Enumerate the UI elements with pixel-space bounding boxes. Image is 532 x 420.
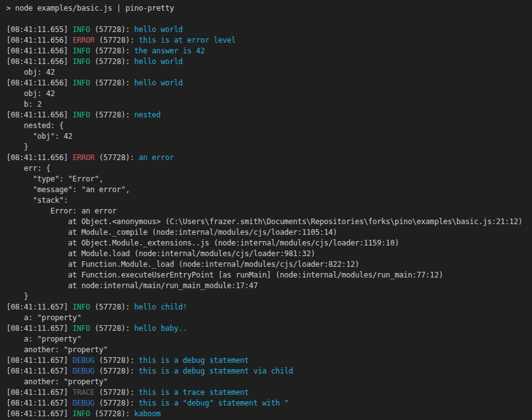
log-message: the answer is 42 bbox=[134, 46, 205, 55]
log-message: this is a debug statement bbox=[139, 356, 249, 365]
property-text: "type": "Error", bbox=[6, 175, 104, 183]
log-timestamp: [08:41:11.657] bbox=[6, 356, 72, 365]
log-level: TRACE bbox=[72, 388, 94, 397]
property-text: another: "property" bbox=[6, 377, 108, 386]
log-level: DEBUG bbox=[72, 399, 94, 407]
property-text: at Object.<anonymous> (C:\Users\frazer.s… bbox=[6, 217, 523, 226]
property-line: another: "property" bbox=[6, 345, 532, 355]
property-text: Error: an error bbox=[6, 207, 117, 215]
log-message: hello child! bbox=[134, 303, 187, 311]
property-line: obj: 42 bbox=[6, 67, 532, 78]
log-pid: (57728): bbox=[95, 356, 139, 365]
log-level: INFO bbox=[72, 409, 90, 418]
property-line: at node:internal/main/run_main_module:17… bbox=[6, 281, 532, 291]
property-text: "message": "an error", bbox=[6, 185, 130, 194]
log-timestamp: [08:41:11.655] bbox=[6, 25, 72, 34]
log-message: hello world bbox=[134, 25, 183, 34]
property-line: } bbox=[6, 142, 532, 153]
log-pid: (57728): bbox=[95, 399, 139, 407]
property-line: a: "property" bbox=[6, 313, 532, 323]
log-line: [08:41:11.656] ERROR (57728): an error bbox=[6, 153, 532, 163]
property-text: } bbox=[6, 143, 28, 151]
log-level: INFO bbox=[72, 324, 90, 333]
log-timestamp: [08:41:11.657] bbox=[6, 367, 72, 375]
log-line: [08:41:11.657] INFO (57728): kaboom bbox=[6, 409, 532, 419]
property-line: a: "property" bbox=[6, 334, 532, 345]
log-level: ERROR bbox=[72, 36, 94, 45]
property-text: at Module.load (node:internal/modules/cj… bbox=[6, 249, 315, 258]
log-level: INFO bbox=[72, 46, 90, 55]
log-message: an error bbox=[139, 153, 174, 162]
property-text: "stack": bbox=[6, 196, 68, 205]
log-pid: (57728): bbox=[95, 367, 139, 375]
log-message: this is a debug statement via child bbox=[139, 367, 293, 375]
log-level: DEBUG bbox=[72, 356, 94, 365]
property-text: err: { bbox=[6, 164, 50, 173]
property-line: at Module.load (node:internal/modules/cj… bbox=[6, 249, 532, 259]
log-message: this is a trace statement bbox=[139, 388, 249, 397]
log-level: INFO bbox=[72, 78, 90, 87]
log-level: INFO bbox=[72, 57, 90, 66]
log-message: this is at error level bbox=[139, 36, 236, 45]
log-message: nested bbox=[134, 110, 161, 119]
command-text: > node examples/basic.js | pino-pretty bbox=[6, 4, 174, 13]
property-line: "message": "an error", bbox=[6, 185, 532, 195]
property-text: obj: 42 bbox=[6, 89, 55, 98]
log-timestamp: [08:41:11.656] bbox=[6, 78, 72, 87]
log-line: [08:41:11.657] TRACE (57728): this is a … bbox=[6, 387, 532, 398]
log-pid: (57728): bbox=[90, 78, 134, 87]
log-line: [08:41:11.656] INFO (57728): hello world bbox=[6, 78, 532, 89]
log-pid: (57728): bbox=[90, 110, 134, 119]
log-timestamp: [08:41:11.657] bbox=[6, 324, 72, 333]
property-line: another: "property" bbox=[6, 377, 532, 387]
log-level: INFO bbox=[72, 110, 90, 119]
log-line: [08:41:11.656] INFO (57728): the answer … bbox=[6, 46, 532, 57]
log-message: kaboom bbox=[134, 409, 161, 418]
property-line: at Object.Module._extensions..js (node:i… bbox=[6, 238, 532, 249]
property-line: Error: an error bbox=[6, 206, 532, 217]
property-line: obj: 42 bbox=[6, 89, 532, 99]
property-line: err: { bbox=[6, 163, 532, 174]
property-text: at node:internal/main/run_main_module:17… bbox=[6, 281, 258, 290]
log-pid: (57728): bbox=[95, 388, 139, 397]
property-line: at Function.executeUserEntryPoint [as ru… bbox=[6, 270, 532, 281]
log-level: ERROR bbox=[72, 153, 94, 162]
property-line: at Object.<anonymous> (C:\Users\frazer.s… bbox=[6, 217, 532, 227]
log-line: [08:41:11.657] INFO (57728): hello baby.… bbox=[6, 323, 532, 334]
property-line: } bbox=[6, 291, 532, 302]
property-text: at Function.executeUserEntryPoint [as ru… bbox=[6, 271, 443, 279]
property-text: a: "property" bbox=[6, 313, 81, 322]
log-line: [08:41:11.656] INFO (57728): nested bbox=[6, 110, 532, 121]
command-line: > node examples/basic.js | pino-pretty bbox=[6, 3, 532, 14]
terminal[interactable]: > node examples/basic.js | pino-pretty[0… bbox=[0, 0, 532, 420]
log-level: INFO bbox=[72, 303, 90, 311]
log-pid: (57728): bbox=[90, 303, 134, 311]
log-pid: (57728): bbox=[95, 36, 139, 45]
log-pid: (57728): bbox=[95, 153, 139, 162]
property-line: "type": "Error", bbox=[6, 174, 532, 185]
property-text: at Module._compile (node:internal/module… bbox=[6, 228, 337, 237]
log-line: [08:41:11.657] DEBUG (57728): this is a … bbox=[6, 355, 532, 366]
property-text: obj: 42 bbox=[6, 68, 55, 77]
property-line: nested: { bbox=[6, 121, 532, 131]
log-message: this is a "debug" statement with " bbox=[139, 399, 289, 407]
log-line: [08:41:11.657] DEBUG (57728): this is a … bbox=[6, 366, 532, 377]
log-timestamp: [08:41:11.657] bbox=[6, 399, 72, 407]
log-timestamp: [08:41:11.657] bbox=[6, 409, 72, 418]
blank-line bbox=[6, 14, 532, 24]
log-timestamp: [08:41:11.656] bbox=[6, 46, 72, 55]
property-text: "obj": 42 bbox=[6, 132, 72, 141]
log-message: hello world bbox=[134, 57, 183, 66]
log-timestamp: [08:41:11.656] bbox=[6, 110, 72, 119]
log-timestamp: [08:41:11.657] bbox=[6, 388, 72, 397]
property-text: } bbox=[6, 292, 28, 301]
log-message: hello world bbox=[134, 78, 183, 87]
log-pid: (57728): bbox=[90, 46, 134, 55]
property-text: b: 2 bbox=[6, 100, 41, 109]
property-line: at Module._compile (node:internal/module… bbox=[6, 227, 532, 238]
property-line: b: 2 bbox=[6, 99, 532, 110]
property-line: "stack": bbox=[6, 195, 532, 206]
log-line: [08:41:11.656] INFO (57728): hello world bbox=[6, 57, 532, 67]
property-text: at Function.Module._load (node:internal/… bbox=[6, 260, 359, 269]
log-line: [08:41:11.657] DEBUG (57728): this is a … bbox=[6, 398, 532, 409]
